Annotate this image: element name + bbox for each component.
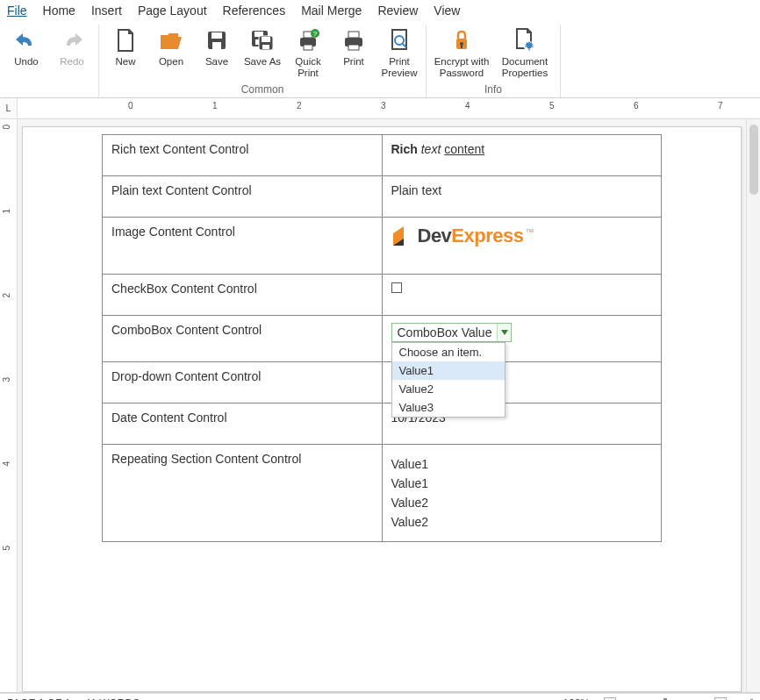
svg-rect-8 (262, 45, 269, 49)
rich-italic: text (421, 142, 441, 156)
ribbon-group-label: Info (484, 83, 502, 96)
encrypt-button[interactable]: Encrypt with Password (432, 25, 491, 80)
new-icon (111, 26, 140, 54)
table-row: Drop-down Content Control (103, 362, 662, 404)
svg-rect-1 (212, 32, 222, 39)
ribbon-group-label: Common (241, 83, 284, 96)
logo-text: DevExpress™ (418, 225, 534, 247)
combobox-option[interactable]: Value2 (392, 380, 505, 398)
row-label: CheckBox Content Control (111, 282, 257, 296)
scrollbar-thumb[interactable] (749, 125, 758, 195)
row-label-cell: Drop-down Content Control (103, 362, 383, 404)
table-row: Date Content Control10/1/2023 (103, 404, 662, 445)
ribbon-group-info: Encrypt with PasswordDocument Properties… (427, 25, 561, 97)
table-row: Image Content ControlDevExpress™ (103, 218, 662, 275)
docprops-button[interactable]: Document Properties (495, 25, 555, 80)
plain-value: Plain text (391, 183, 442, 197)
checkbox-content-control[interactable] (391, 282, 402, 293)
print-button[interactable]: Print (333, 25, 375, 80)
table-row: ComboBox Content ControlComboBox ValueCh… (103, 316, 662, 362)
menu-insert[interactable]: Insert (91, 4, 122, 18)
combobox-option[interactable]: Value1 (392, 361, 505, 380)
rich-underline: content (444, 142, 484, 156)
content-control-table: Rich text Content ControlRich text conte… (102, 134, 662, 542)
quickprint-label: Quick Print (289, 56, 327, 78)
redo-label: Redo (60, 56, 84, 68)
menu-bar: FileHomeInsertPage LayoutReferencesMail … (0, 0, 760, 21)
open-label: Open (159, 56, 183, 68)
menu-page-layout[interactable]: Page Layout (138, 4, 207, 18)
undo-button[interactable]: Undo (5, 25, 47, 69)
quickprint-button[interactable]: ?Quick Print (287, 25, 329, 80)
status-bar: PAGE 1 OF 1 41 WORDS 100% − + (0, 693, 760, 700)
row-label-cell: Image Content Control (103, 218, 383, 275)
hruler-tick: 7 (718, 101, 723, 111)
rich-bold: Rich (391, 142, 418, 156)
menu-file[interactable]: File (7, 4, 27, 18)
combobox-option[interactable]: Choose an item. (392, 343, 505, 361)
redo-button: Redo (51, 25, 93, 69)
vruler-tick: 2 (2, 293, 11, 298)
undo-icon (12, 26, 40, 54)
menu-review[interactable]: Review (377, 4, 418, 18)
ruler-corner: L (0, 98, 18, 118)
open-button[interactable]: Open (150, 25, 192, 80)
row-value-cell[interactable]: Rich text content (382, 135, 662, 176)
devexpress-logo: DevExpress™ (391, 225, 653, 247)
document-page[interactable]: Rich text Content ControlRich text conte… (22, 126, 742, 692)
menu-mail-merge[interactable]: Mail Merge (301, 4, 362, 18)
svg-rect-22 (461, 45, 462, 48)
row-value-cell[interactable] (382, 275, 662, 316)
horizontal-ruler-row: L 01234567 (0, 98, 760, 119)
row-label: Date Content Control (111, 411, 227, 425)
svg-rect-15 (348, 32, 359, 38)
repeating-item: Value1 (391, 476, 653, 490)
docprops-label: Document Properties (497, 56, 553, 78)
svg-rect-2 (212, 42, 221, 49)
row-value-cell[interactable]: DevExpress™ (382, 218, 662, 275)
logo-mark-icon (391, 225, 414, 247)
save-button[interactable]: Save (196, 25, 238, 80)
save-icon (203, 26, 231, 54)
print-label: Print (343, 56, 364, 68)
row-value-cell[interactable]: Value1Value1Value2Value2 (382, 445, 662, 542)
new-button[interactable]: New (104, 25, 147, 80)
save-label: Save (205, 56, 228, 68)
repeating-item: Value2 (391, 496, 653, 510)
row-label-cell: Repeating Section Content Control (103, 445, 383, 542)
row-label: Repeating Section Content Control (111, 452, 301, 466)
combobox-content-control[interactable]: ComboBox ValueChoose an item.Value1Value… (391, 323, 513, 342)
vruler-tick: 4 (2, 461, 11, 467)
saveas-icon (248, 26, 276, 54)
repeating-item: Value2 (391, 515, 653, 529)
combobox-field[interactable]: ComboBox Value (391, 323, 513, 342)
printpreview-label: Print Preview (380, 56, 419, 78)
row-label-cell: CheckBox Content Control (103, 275, 383, 316)
menu-home[interactable]: Home (43, 4, 75, 18)
vertical-scrollbar[interactable] (746, 119, 760, 692)
horizontal-ruler[interactable]: 01234567 (18, 98, 760, 118)
printpreview-button[interactable]: Print Preview (378, 25, 420, 80)
table-row: CheckBox Content Control (103, 275, 662, 316)
svg-text:?: ? (313, 30, 318, 38)
menu-view[interactable]: View (434, 4, 460, 18)
menu-references[interactable]: References (223, 4, 286, 18)
vruler-tick: 1 (2, 209, 11, 214)
row-value-cell[interactable]: ComboBox ValueChoose an item.Value1Value… (382, 316, 662, 362)
saveas-button[interactable]: Save As (241, 25, 283, 80)
combobox-option[interactable]: Value3 (392, 398, 505, 417)
vertical-ruler[interactable]: 012345 (0, 119, 18, 692)
hruler-tick: 0 (128, 101, 133, 111)
hruler-tick: 1 (212, 101, 218, 111)
new-label: New (115, 56, 135, 68)
row-label: Image Content Control (111, 225, 235, 239)
undo-label: Undo (14, 56, 39, 68)
chevron-down-icon[interactable] (497, 324, 511, 341)
open-icon (157, 26, 185, 54)
vruler-tick: 3 (2, 377, 11, 382)
hruler-tick: 2 (297, 101, 302, 111)
ribbon-file-tab: UndoRedoNewOpenSaveSave As?Quick PrintPr… (0, 21, 760, 98)
row-value-cell[interactable]: Plain text (382, 176, 662, 218)
quickprint-icon: ? (294, 26, 322, 54)
table-row: Repeating Section Content ControlValue1V… (103, 445, 662, 542)
